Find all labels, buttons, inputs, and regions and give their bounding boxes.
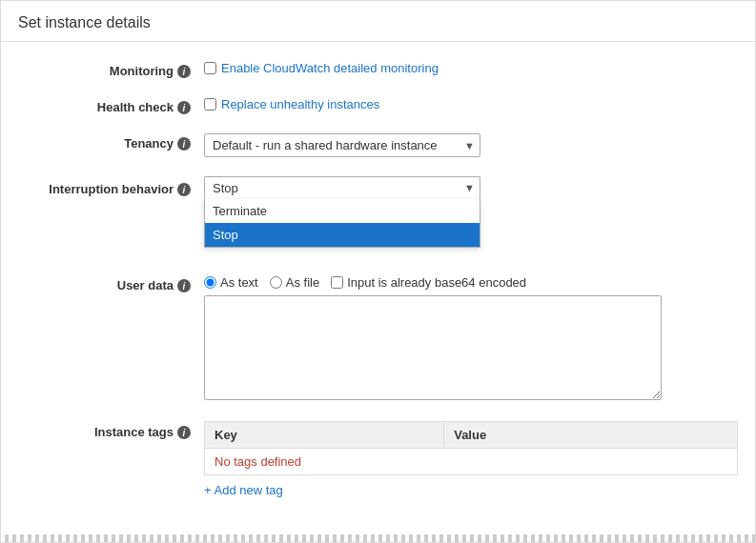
user-data-info-icon[interactable]: i bbox=[177, 279, 191, 292]
tenancy-select[interactable]: Default - run a shared hardware instance… bbox=[204, 133, 480, 157]
monitoring-control: Enable CloudWatch detailed monitoring bbox=[204, 61, 738, 75]
monitoring-checkbox-label[interactable]: Enable CloudWatch detailed monitoring bbox=[204, 61, 439, 75]
user-data-as-text-label[interactable]: As text bbox=[204, 275, 258, 290]
page-title: Set instance details bbox=[1, 1, 755, 42]
user-data-radio-group: As text As file Input is already base64 … bbox=[204, 275, 526, 290]
interruption-dropdown-stop[interactable]: Stop bbox=[205, 223, 480, 247]
no-tags-row: No tags defined bbox=[205, 449, 738, 475]
user-data-label: User data i bbox=[18, 275, 204, 292]
user-data-as-file-label[interactable]: As file bbox=[270, 275, 319, 290]
instance-tags-row: Instance tags i Key Value No tags define… bbox=[1, 410, 755, 511]
health-check-row: Health check i Replace unhealthy instanc… bbox=[1, 88, 755, 124]
add-tag-container: + Add new tag bbox=[204, 475, 738, 501]
monitoring-info-icon[interactable]: i bbox=[177, 65, 191, 78]
user-data-as-text-radio[interactable] bbox=[204, 276, 216, 289]
health-check-control: Replace unhealthy instances bbox=[204, 97, 738, 111]
form-body: Monitoring i Enable CloudWatch detailed … bbox=[1, 42, 755, 520]
instance-tags-control: Key Value No tags defined + Add new tag bbox=[204, 419, 738, 501]
monitoring-row: Monitoring i Enable CloudWatch detailed … bbox=[1, 51, 755, 88]
tenancy-row: Tenancy i Default - run a shared hardwar… bbox=[1, 124, 755, 167]
tags-key-header: Key bbox=[205, 422, 444, 449]
interruption-control: Stop Terminate ▼ Terminate Stop bbox=[204, 176, 738, 199]
tenancy-label: Tenancy i bbox=[18, 133, 204, 151]
tags-value-header: Value bbox=[444, 422, 738, 449]
tenancy-info-icon[interactable]: i bbox=[177, 137, 191, 151]
tenancy-select-wrapper: Default - run a shared hardware instance… bbox=[204, 133, 480, 157]
user-data-as-file-radio[interactable] bbox=[270, 276, 282, 289]
tags-table: Key Value No tags defined bbox=[204, 421, 738, 475]
page-container: Set instance details Monitoring i Enable… bbox=[0, 0, 756, 543]
health-check-label: Health check i bbox=[18, 97, 204, 114]
monitoring-checkbox[interactable] bbox=[204, 62, 216, 74]
interruption-info-icon[interactable]: i bbox=[177, 183, 191, 196]
interruption-select-wrapper: Stop Terminate ▼ Terminate Stop bbox=[204, 176, 480, 199]
add-tag-link[interactable]: + Add new tag bbox=[204, 483, 283, 497]
tags-header-row: Key Value bbox=[205, 422, 738, 449]
instance-tags-label: Instance tags i bbox=[18, 419, 204, 439]
monitoring-label: Monitoring i bbox=[18, 61, 204, 78]
user-data-textarea[interactable] bbox=[204, 295, 662, 400]
interruption-row: Interruption behavior i Stop Terminate ▼… bbox=[1, 167, 755, 209]
interruption-dropdown-list: Terminate Stop bbox=[204, 199, 480, 248]
interruption-select[interactable]: Stop Terminate bbox=[204, 176, 480, 199]
health-check-checkbox[interactable] bbox=[204, 98, 216, 111]
user-data-base64-label[interactable]: Input is already base64 encoded bbox=[331, 275, 526, 290]
instance-tags-info-icon[interactable]: i bbox=[177, 426, 191, 439]
interruption-dropdown-terminate[interactable]: Terminate bbox=[205, 199, 480, 223]
tenancy-control: Default - run a shared hardware instance… bbox=[204, 133, 738, 157]
user-data-control: As text As file Input is already base64 … bbox=[204, 275, 738, 400]
health-check-info-icon[interactable]: i bbox=[177, 101, 191, 114]
user-data-row: User data i As text As file Input is al bbox=[1, 266, 755, 410]
no-tags-text: No tags defined bbox=[205, 449, 738, 475]
interruption-label: Interruption behavior i bbox=[18, 176, 204, 196]
health-check-checkbox-label[interactable]: Replace unhealthy instances bbox=[204, 97, 379, 111]
user-data-base64-checkbox[interactable] bbox=[331, 276, 343, 289]
